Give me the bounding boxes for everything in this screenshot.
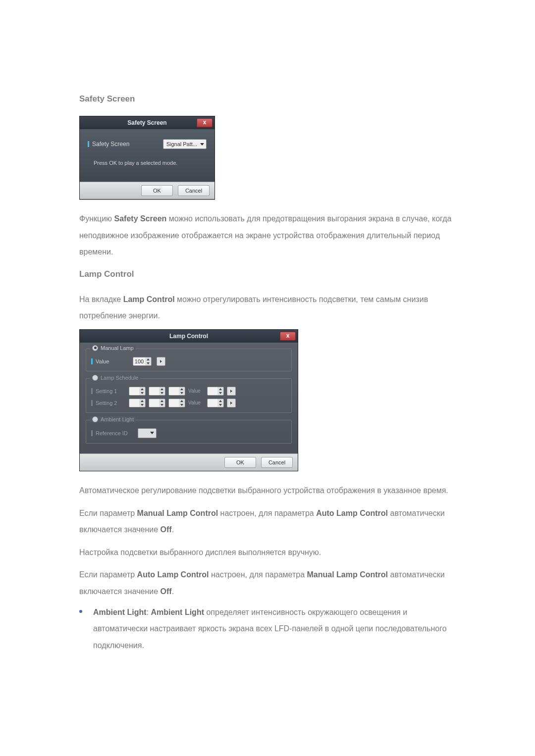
dialog-body: Safety Screen Signal Patt... Press OK to…: [80, 129, 214, 182]
setting2-label: Setting 2: [91, 400, 126, 406]
lamp-intro: На вкладке Lamp Control можно отрегулиро…: [79, 291, 456, 324]
dialog-footer: OK Cancel: [80, 454, 298, 471]
marker-icon: [91, 388, 93, 394]
manual-desc: Настройка подсветки выбранного дисплея в…: [79, 544, 456, 561]
lamp-schedule-label: Lamp Schedule: [101, 375, 138, 381]
manual-lamp-legend[interactable]: Manual Lamp: [90, 345, 136, 351]
safety-mode-select[interactable]: Signal Patt...: [163, 139, 207, 149]
marker-icon: [91, 430, 93, 436]
spinner-up-icon[interactable]: [145, 357, 151, 361]
setting1-min[interactable]: [149, 387, 165, 396]
dialog-footer: OK Cancel: [80, 182, 214, 199]
radio-icon[interactable]: [92, 416, 98, 422]
ambient-light-group: Ambient Light Reference ID: [86, 420, 292, 444]
spinner-down-icon[interactable]: [145, 361, 151, 365]
safety-description: Функцию Safety Screen можно использовать…: [79, 210, 456, 260]
setting2-value-label: Value: [188, 400, 204, 405]
radio-icon[interactable]: [92, 375, 98, 381]
bullet-icon: [79, 610, 82, 613]
setting1-value-label: Value: [188, 388, 204, 394]
dialog-titlebar: Lamp Control x: [80, 330, 298, 343]
ambient-light-legend[interactable]: Ambient Light: [90, 416, 136, 422]
safety-hint-text: Press OK to play a selected mode.: [88, 160, 207, 170]
play-right-button[interactable]: [157, 357, 165, 366]
chevron-down-icon: [200, 143, 204, 146]
section-title-lamp: Lamp Control: [79, 269, 456, 279]
ok-button[interactable]: OK: [224, 457, 256, 468]
setting1-value[interactable]: [207, 387, 224, 396]
play-right-button[interactable]: [227, 399, 236, 407]
value-field[interactable]: 100: [133, 357, 145, 365]
ambient-light-bullet: Ambient Light: Ambient Light определяет …: [79, 604, 456, 654]
dialog-titlebar: Safety Screen x: [80, 116, 214, 129]
lamp-schedule-legend[interactable]: Lamp Schedule: [90, 375, 140, 381]
setting2-ampm[interactable]: [168, 399, 185, 407]
select-value: Signal Patt...: [166, 141, 197, 147]
reference-id-label: Reference ID: [91, 430, 133, 436]
marker-icon: [91, 358, 93, 364]
lamp-control-dialog: Lamp Control x Manual Lamp Value 100: [79, 329, 298, 471]
manual-to-auto-desc: Если параметр Manual Lamp Control настро…: [79, 505, 456, 538]
ok-button[interactable]: OK: [141, 185, 173, 196]
setting1-hour[interactable]: [129, 387, 146, 396]
setting2-hour[interactable]: [129, 399, 146, 407]
close-button[interactable]: x: [197, 118, 213, 127]
section-title-safety: Safety Screen: [79, 94, 456, 104]
ambient-light-label: Ambient Light: [101, 416, 134, 422]
lamp-schedule-group: Lamp Schedule Setting 1 Value: [86, 378, 292, 413]
marker-icon: [88, 141, 89, 147]
safety-screen-dialog: Safety Screen x Safety Screen Signal Pat…: [79, 116, 215, 200]
safety-label-text: Safety Screen: [92, 141, 129, 148]
manual-lamp-group: Manual Lamp Value 100: [86, 349, 292, 371]
value-label: Value: [91, 358, 128, 364]
marker-icon: [91, 400, 93, 406]
dialog-body: Manual Lamp Value 100: [80, 343, 298, 454]
close-button[interactable]: x: [280, 332, 296, 341]
auto-to-manual-desc: Если параметр Auto Lamp Control настроен…: [79, 566, 456, 600]
setting1-ampm[interactable]: [168, 387, 185, 396]
safety-field-label: Safety Screen: [88, 141, 129, 148]
manual-lamp-label: Manual Lamp: [101, 345, 134, 351]
setting2-min[interactable]: [149, 399, 165, 407]
dialog-title: Lamp Control: [169, 333, 208, 340]
radio-icon[interactable]: [92, 345, 98, 351]
chevron-down-icon: [150, 432, 154, 434]
cancel-button[interactable]: Cancel: [261, 457, 293, 468]
setting1-label: Setting 1: [91, 388, 126, 394]
play-right-button[interactable]: [227, 387, 236, 396]
value-spinner[interactable]: 100: [133, 357, 152, 366]
setting2-value[interactable]: [207, 399, 224, 407]
auto-desc: Автоматическое регулирование подсветки в…: [79, 482, 456, 499]
dialog-title: Safety Screen: [127, 119, 166, 126]
cancel-button[interactable]: Cancel: [178, 185, 210, 196]
reference-id-select[interactable]: [138, 428, 157, 438]
